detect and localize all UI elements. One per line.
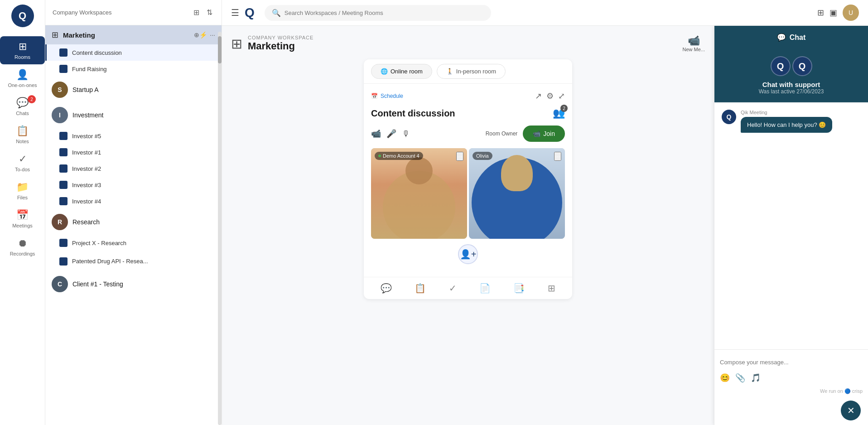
chat-avatar-2: Q (792, 56, 812, 76)
emoji-btn[interactable]: 😊 (720, 373, 730, 383)
subitem-investor-2[interactable]: Investor #2 (45, 160, 222, 177)
audio-btn[interactable]: 🎵 (751, 373, 761, 383)
investor-3-icon (59, 181, 68, 189)
tab-in-person-room[interactable]: 🚶 In-person room (437, 64, 506, 79)
nav-item-files[interactable]: 📁 Files (0, 177, 45, 205)
chat-header: 💬 Chat (714, 26, 868, 49)
investment-more-btn[interactable]: ··· (206, 109, 215, 121)
room-nav-grid[interactable]: ⊞ (548, 283, 555, 294)
room-nav-chat[interactable]: 💬 (381, 283, 392, 294)
chat-msg-content: Qik Meeting Hello! How can I help you? 😊 (741, 110, 832, 133)
demo-video-menu[interactable]: ··· (456, 152, 463, 161)
app-logo[interactable]: Q (11, 5, 34, 27)
tab-online-room[interactable]: 🌐 Online room (371, 64, 432, 79)
nav-item-meetings[interactable]: 📅 Meetings (0, 205, 45, 233)
nav-item-recordings[interactable]: ⏺ Recordings (0, 233, 45, 261)
sidebar-scrollbar[interactable] (218, 32, 222, 425)
workspace-header-actions: ⊞ ⇅ (192, 6, 214, 19)
workspace-area: ⊞ COMPANY WORKSPACE Marketing 📹 New Me..… (222, 26, 714, 308)
subitem-content-discussion[interactable]: Content discussion (45, 44, 222, 61)
nav-item-one-on-ones[interactable]: 👤 One-on-ones (0, 64, 45, 92)
chat-sender: Qik Meeting (741, 110, 832, 115)
group-investment[interactable]: I Investment ⊕⚡ ··· (45, 102, 222, 128)
room-owner-label: Room Owner (486, 130, 518, 137)
chat-bubble-icon: 💬 (777, 33, 786, 42)
subitem-investor-3[interactable]: Investor #3 (45, 177, 222, 193)
marketing-more-btn[interactable]: ··· (210, 31, 215, 39)
in-person-room-icon: 🚶 (446, 68, 453, 75)
room-nav-more[interactable]: 📑 (513, 283, 525, 294)
chat-input[interactable] (720, 355, 863, 369)
olivia-video-menu[interactable]: ··· (554, 152, 561, 161)
hamburger-btn[interactable]: ☰ (231, 7, 239, 18)
join-label: Join (543, 130, 555, 137)
settings-btn[interactable]: ⚙ (546, 91, 554, 101)
nav-label-todos: To-dos (15, 167, 30, 172)
subitem-fund-raising[interactable]: Fund Raising (45, 61, 222, 77)
nav-item-notes[interactable]: 📋 Notes (0, 121, 45, 149)
grid-view-btn[interactable]: ⊞ (817, 8, 824, 18)
nav-item-rooms[interactable]: ⊞ Rooms (0, 36, 45, 64)
group-marketing[interactable]: ⊞ Marketing ⊕⚡ ··· (45, 25, 222, 44)
project-x-icon (59, 239, 68, 247)
join-icon: 📹 (533, 130, 540, 137)
client-1-avatar: C (52, 276, 68, 292)
attachment-btn[interactable]: 📎 (735, 373, 745, 383)
room-nav-notes[interactable]: 📋 (415, 283, 426, 294)
close-chat-btn[interactable]: ✕ (841, 401, 861, 420)
project-x-label: Project X - Research (72, 240, 215, 246)
user-avatar-top[interactable]: U (843, 5, 859, 21)
nav-item-todos[interactable]: ✓ To-dos (0, 149, 45, 177)
client-1-more-btn[interactable]: ··· (206, 278, 215, 290)
subitem-investor-4[interactable]: Investor #4 (45, 193, 222, 209)
olivia-video-label: Olivia (473, 152, 492, 160)
search-bar[interactable]: 🔍 (265, 5, 491, 21)
icon-sidebar: Q ⊞ Rooms 👤 One-on-ones 💬 Chats 2 📋 Note… (0, 0, 45, 425)
subitem-investor-1[interactable]: Investor #1 (45, 144, 222, 160)
search-icon: 🔍 (272, 9, 281, 17)
group-client-1[interactable]: C Client #1 - Testing ··· (45, 271, 222, 297)
patented-drug-chat-btn[interactable]: 💬 (188, 255, 201, 267)
room-nav-todos[interactable]: ✓ (449, 283, 457, 294)
nav-label-recordings: Recordings (10, 251, 35, 256)
subitem-investor-5[interactable]: Investor #5 (45, 128, 222, 144)
workspace-big-icon: ⊞ (231, 36, 242, 52)
room-controls: 📹 🎤 🎙 Room Owner 📹 Join (371, 126, 565, 142)
sort-workspace-btn[interactable]: ⇅ (205, 6, 214, 19)
top-bar: ☰ Q 🔍 ⊞ ▣ U (222, 0, 868, 26)
patented-drug-more-btn[interactable]: 📋 (203, 255, 215, 267)
nav-label-rooms: Rooms (14, 54, 30, 60)
search-input[interactable] (285, 10, 484, 16)
new-meeting-btn[interactable]: 📹 New Me... (682, 35, 705, 52)
main-content: ☰ Q 🔍 ⊞ ▣ U ⊞ COMPANY WORKSPACE Marketin… (222, 0, 868, 425)
group-research[interactable]: R Research ··· (45, 209, 222, 235)
join-btn[interactable]: 📹 Join (523, 126, 565, 142)
chat-panel: 💬 Chat Q Q Chat with support Was last ac… (714, 26, 868, 425)
room-nav-files[interactable]: 📄 (479, 283, 491, 294)
marketing-add-btn[interactable]: ⊕⚡ (194, 31, 207, 39)
startup-a-more-btn[interactable]: ··· (206, 84, 215, 96)
research-name: Research (72, 218, 206, 226)
chat-input-toolbar: 😊 📎 🎵 (720, 373, 863, 383)
expand-btn[interactable]: ⤢ (558, 91, 565, 101)
mic-btn[interactable]: 🎤 (386, 129, 396, 139)
research-more-btn[interactable]: ··· (206, 216, 215, 228)
mic-off-btn[interactable]: 🎙 (402, 129, 410, 139)
marketing-group-actions: ⊕⚡ ··· (194, 31, 215, 39)
subitem-patented-drug[interactable]: Patented Drug API - Resea... 💬 📋 (45, 251, 222, 271)
add-person-btn[interactable]: 👤+ (458, 244, 478, 264)
investment-add-btn[interactable]: ⊕⚡ (185, 109, 204, 121)
group-startup-a[interactable]: S Startup A ··· (45, 77, 222, 102)
layout-btn[interactable]: ▣ (829, 8, 837, 18)
add-workspace-btn[interactable]: ⊞ (192, 6, 201, 19)
chats-badge: 2 (28, 95, 36, 103)
investor-2-icon (59, 164, 68, 173)
add-person-area: 👤+ (371, 244, 565, 264)
nav-label-meetings: Meetings (12, 223, 33, 228)
marketing-group-icon: ⊞ (52, 30, 58, 40)
subitem-project-x[interactable]: Project X - Research (45, 235, 222, 251)
workspace-sidebar: Company Workspaces ⊞ ⇅ ⊞ Marketing ⊕⚡ ··… (45, 0, 222, 425)
nav-item-chats[interactable]: 💬 Chats 2 (0, 92, 45, 121)
video-btn[interactable]: 📹 (371, 129, 381, 139)
share-btn[interactable]: ↗ (535, 91, 542, 101)
